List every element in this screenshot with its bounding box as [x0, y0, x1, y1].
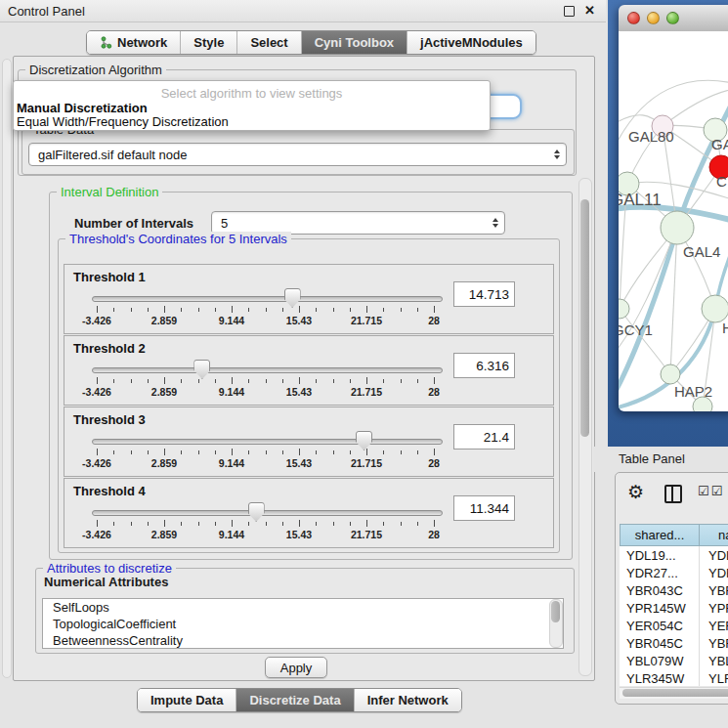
table-hscrollbar-thumb[interactable] [622, 689, 728, 697]
slider-thumb[interactable] [248, 502, 265, 522]
float-window-icon[interactable] [564, 6, 575, 17]
panel-title: Control Panel [8, 4, 85, 19]
tab-select[interactable]: Select [236, 31, 300, 54]
minor-tick [401, 308, 402, 312]
numerical-attributes-list[interactable]: SelfLoopsTopologicalCoefficientBetweenne… [42, 598, 564, 649]
table-row[interactable]: YBR043CYBR0 [620, 581, 728, 599]
close-icon[interactable]: ✕ [584, 3, 595, 18]
attr-list-scrollbar[interactable] [549, 599, 563, 648]
gear-icon[interactable]: ⚙ [627, 481, 644, 503]
table-row[interactable]: YBL079WYBL0 [620, 652, 728, 669]
zoom-traffic-light-icon[interactable] [666, 12, 679, 24]
tick-label: 15.43 [272, 457, 326, 469]
slider-track[interactable] [92, 367, 443, 373]
minor-tick [215, 522, 216, 526]
attribute-item-betweennesscentrality[interactable]: BetweennessCentrality [43, 632, 563, 649]
cell-name[interactable]: YLR3 [704, 671, 728, 686]
major-tick [366, 520, 367, 527]
cell-name[interactable]: YER0 [704, 619, 728, 633]
table-data-combobox[interactable]: galFiltered.sif default node [28, 143, 567, 166]
major-tick [434, 377, 435, 384]
cell-name[interactable]: YPR1 [704, 601, 728, 616]
table-row[interactable]: YDL19...YDL1 [620, 546, 728, 564]
minor-tick [198, 379, 199, 383]
network-node-gcy1[interactable] [619, 299, 629, 319]
popup-option-manual-discretization[interactable]: Manual Discretization [17, 101, 148, 115]
slider-track[interactable] [92, 439, 443, 445]
close-traffic-light-icon[interactable] [627, 12, 640, 24]
cell-name[interactable]: YBR0 [704, 636, 728, 651]
network-canvas[interactable]: GAL80GACGAL11GAL4GCY1HHAP2 [619, 31, 728, 411]
minor-tick [417, 308, 418, 312]
cell-shared-name[interactable]: YDL19... [620, 548, 704, 563]
minor-tick [131, 379, 132, 383]
minor-tick [131, 308, 132, 312]
left-scrollbar[interactable] [2, 59, 12, 678]
table-row[interactable]: YLR345WYLR3 [620, 669, 728, 686]
table-row[interactable]: YPR145WYPR1 [620, 599, 728, 617]
column-header-shared[interactable]: shared... [620, 524, 700, 546]
threshold-value-field[interactable]: 21.4 [453, 424, 515, 450]
column-checkboxes-icon[interactable]: ☑☑ [698, 484, 724, 498]
cell-shared-name[interactable]: YBL079W [620, 654, 704, 668]
minor-tick [401, 379, 402, 383]
minor-tick [383, 522, 384, 526]
cell-shared-name[interactable]: YDR27... [620, 566, 704, 580]
algorithm-dropdown-popup: Select algorithm to view settings Manual… [13, 80, 491, 131]
slider-thumb[interactable] [193, 360, 210, 379]
table-row[interactable]: YER054CYER0 [620, 617, 728, 634]
tab-style[interactable]: Style [180, 31, 236, 54]
tick-label: 9.144 [204, 315, 259, 326]
table-row[interactable]: YBR045CYBR0 [620, 634, 728, 652]
slider-thumb[interactable] [284, 288, 301, 308]
slider-thumb[interactable] [356, 431, 372, 450]
network-window[interactable]: GAL80GACGAL11GAL4GCY1HHAP2 [619, 5, 728, 411]
threshold-value-field[interactable]: 14.713 [453, 281, 515, 307]
tick-label: -3.426 [69, 529, 124, 540]
network-node-gal4[interactable] [661, 211, 694, 244]
settings-scrollbar-track[interactable] [578, 178, 592, 676]
tick-label: 28 [407, 457, 461, 469]
tab-network[interactable]: Network [87, 31, 180, 54]
network-window-titlebar[interactable] [619, 5, 728, 32]
cell-shared-name[interactable]: YBR045C [620, 636, 704, 651]
table-hscrollbar-track[interactable] [620, 687, 728, 699]
cell-name[interactable]: YBR0 [704, 583, 728, 598]
tick-label: -3.426 [69, 457, 124, 469]
split-columns-icon[interactable] [664, 485, 682, 503]
tab-impute-data[interactable]: Impute Data [138, 689, 236, 711]
discretization-algorithm-title: Discretization Algorithm [25, 63, 166, 77]
network-node-hap2[interactable] [661, 364, 680, 384]
cell-name[interactable]: YBL0 [704, 654, 728, 668]
attribute-item-selfloops[interactable]: SelfLoops [43, 599, 563, 616]
cell-shared-name[interactable]: YLR345W [620, 671, 704, 686]
popup-option-equal-width-frequency-discretization[interactable]: Equal Width/Frequency Discretization [17, 114, 229, 129]
network-node-h[interactable] [702, 295, 728, 322]
cell-shared-name[interactable]: YER054C [620, 619, 704, 633]
node-label: GAL11 [619, 191, 662, 209]
attribute-item-topologicalcoefficient[interactable]: TopologicalCoefficient [43, 616, 563, 632]
cell-name[interactable]: YDL1 [704, 548, 728, 563]
column-header-name[interactable]: na [699, 524, 728, 546]
threshold-label: Threshold 2 [73, 341, 146, 356]
cell-shared-name[interactable]: YPR145W [620, 601, 704, 616]
threshold-value-field[interactable]: 6.316 [453, 353, 515, 378]
cell-shared-name[interactable]: YBR043C [620, 583, 704, 598]
settings-scrollbar-thumb[interactable] [580, 199, 589, 437]
cell-name[interactable]: YDR2 [704, 566, 728, 580]
threshold-value-field[interactable]: 11.344 [453, 495, 515, 521]
tab-cyni-toolbox[interactable]: Cyni Toolbox [301, 31, 407, 54]
minor-tick [148, 379, 149, 383]
slider-track[interactable] [92, 510, 443, 516]
table-body[interactable]: YDL19...YDL1YDR27...YDR2YBR043CYBR0YPR14… [620, 546, 728, 686]
table-row[interactable]: YDR27...YDR2 [620, 564, 728, 581]
num-intervals-value: 5 [221, 216, 228, 231]
tab-jactivemnodules[interactable]: jActiveMNodules [407, 31, 535, 54]
threshold-panel-2: Threshold 2-3.4262.8599.14415.4321.71528… [64, 335, 554, 406]
apply-button[interactable]: Apply [265, 657, 327, 678]
tab-infer-network[interactable]: Infer Network [354, 689, 461, 711]
slider-track[interactable] [92, 296, 443, 302]
tab-discretize-data[interactable]: Discretize Data [236, 689, 353, 711]
minimize-traffic-light-icon[interactable] [647, 12, 660, 24]
attributes-group: Attributes to discretize Numerical Attri… [35, 568, 575, 654]
